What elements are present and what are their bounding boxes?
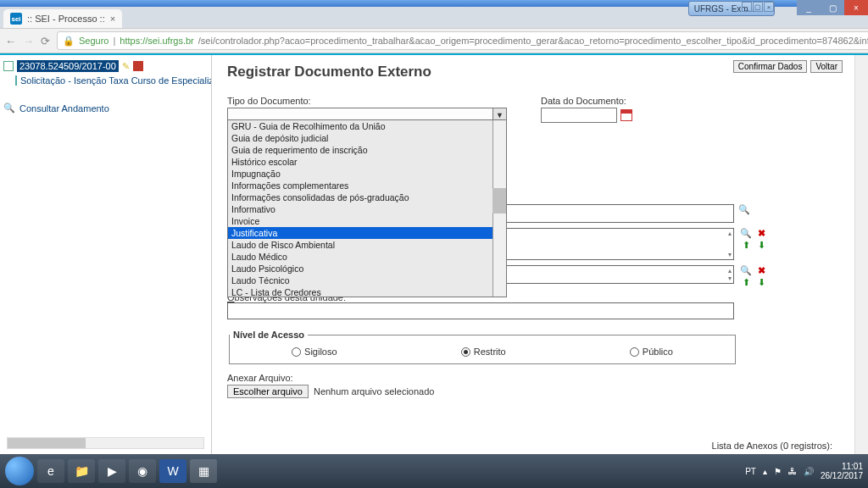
listbox-scroll-thumb[interactable] bbox=[492, 188, 506, 214]
nav-forward-icon: → bbox=[23, 35, 34, 47]
tipo-option[interactable]: Laudo Psicológico bbox=[228, 263, 506, 274]
start-button[interactable] bbox=[5, 457, 34, 485]
bg-close-icon[interactable]: × bbox=[764, 2, 774, 12]
nav-back-icon[interactable]: ← bbox=[5, 35, 16, 47]
spin-up-icon-2[interactable]: ▴ bbox=[728, 267, 732, 274]
radio-icon bbox=[292, 347, 301, 357]
pencil-icon[interactable]: ✎ bbox=[122, 61, 130, 72]
tray-flag-icon[interactable]: ⚑ bbox=[774, 467, 782, 476]
document-icon bbox=[15, 75, 17, 86]
escolher-arquivo-button[interactable]: Escolher arquivo bbox=[227, 385, 309, 398]
tipo-option[interactable]: Laudo Técnico bbox=[228, 274, 506, 286]
data-documento-label: Data do Documento: bbox=[541, 96, 632, 106]
search-icon[interactable]: 🔍 bbox=[739, 204, 749, 214]
tipo-option[interactable]: Histórico escolar bbox=[228, 156, 506, 168]
process-icon bbox=[3, 61, 14, 71]
windows-taskbar: e 📁 ▶ ◉ W ▦ PT ▴ ⚑ 🖧 🔊 11:01 26/12/2017 bbox=[0, 454, 868, 488]
window-minimize-button[interactable]: _ bbox=[797, 0, 821, 15]
anexar-arquivo-label: Anexar Arquivo: bbox=[227, 373, 843, 383]
tray-volume-icon[interactable]: 🔊 bbox=[804, 467, 814, 476]
lista-anexos-info: Lista de Anexos (0 registros): bbox=[712, 441, 832, 451]
tipo-option[interactable]: Guia de requerimento de inscrição bbox=[228, 144, 506, 156]
taskbar-app-icon[interactable]: ▦ bbox=[190, 459, 217, 483]
browser-toolbar: ← → ⟳ 🔒 Seguro | https://sei.ufrgs.br /s… bbox=[0, 28, 868, 53]
tipo-option[interactable]: LC - Lista de Credores bbox=[228, 286, 506, 297]
taskbar-media-icon[interactable]: ▶ bbox=[98, 459, 125, 483]
tray-clock[interactable]: 11:01 26/12/2017 bbox=[821, 462, 863, 480]
remove-icon-2[interactable]: ✖ bbox=[756, 265, 766, 275]
tipo-option[interactable]: GRU - Guia de Recolhimento da União bbox=[228, 120, 506, 132]
spin-down-icon-2[interactable]: ▾ bbox=[728, 274, 732, 282]
arrow-up-icon[interactable]: ⬆ bbox=[741, 240, 751, 250]
window-close-button[interactable]: × bbox=[844, 0, 868, 15]
process-number-link[interactable]: 23078.524509/2017-00 bbox=[17, 60, 119, 72]
tipo-option[interactable]: Invoice bbox=[228, 215, 506, 227]
observacoes-textarea[interactable] bbox=[227, 302, 734, 319]
tipo-option[interactable]: Laudo Médico bbox=[228, 251, 506, 263]
search-icon-2[interactable]: 🔍 bbox=[741, 228, 751, 238]
main-form-area: Confirmar Dados Voltar Registrar Documen… bbox=[212, 55, 854, 454]
calendar-icon[interactable] bbox=[620, 109, 632, 121]
radio-icon bbox=[630, 347, 639, 357]
nivel-acesso-legend: Nível de Acesso bbox=[230, 330, 308, 340]
tab-close-icon[interactable]: × bbox=[110, 14, 115, 24]
address-bar[interactable]: 🔒 Seguro | https://sei.ufrgs.br /sei/con… bbox=[57, 31, 868, 50]
arrow-down-icon-2[interactable]: ⬇ bbox=[756, 277, 766, 287]
tab-favicon-icon: sei bbox=[10, 13, 22, 25]
radio-restrito[interactable]: Restrito bbox=[461, 347, 506, 357]
process-tree-sidebar: 23078.524509/2017-00 ✎ Solicitação - Ise… bbox=[0, 55, 212, 454]
browser-tab[interactable]: sei :: SEI - Processo :: × bbox=[3, 9, 122, 28]
spin-up-icon[interactable]: ▴ bbox=[728, 230, 732, 237]
tray-date: 26/12/2017 bbox=[821, 471, 863, 480]
tipo-option[interactable]: Impugnação bbox=[228, 168, 506, 180]
book-icon[interactable] bbox=[133, 61, 143, 71]
radio-icon bbox=[461, 347, 470, 357]
arrow-up-icon-2[interactable]: ⬆ bbox=[741, 277, 751, 287]
radio-label: Público bbox=[643, 347, 673, 357]
tab-title: :: SEI - Processo :: bbox=[27, 14, 105, 24]
tipo-option[interactable]: Justificativa bbox=[228, 227, 506, 239]
tipo-documento-listbox[interactable]: GRU - Guia de Recolhimento da UniãoGuia … bbox=[227, 119, 507, 297]
consultar-label: Consultar Andamento bbox=[19, 103, 109, 114]
no-file-text: Nenhum arquivo selecionado bbox=[314, 386, 434, 396]
nav-reload-icon[interactable]: ⟳ bbox=[41, 35, 50, 47]
lock-icon: 🔒 bbox=[63, 36, 75, 47]
system-tray[interactable]: PT ▴ ⚑ 🖧 🔊 11:01 26/12/2017 bbox=[745, 462, 863, 480]
nivel-acesso-fieldset: Nível de Acesso Sigiloso Restrito Públic… bbox=[229, 330, 736, 364]
arrow-down-icon[interactable]: ⬇ bbox=[756, 240, 766, 250]
radio-sigiloso[interactable]: Sigiloso bbox=[292, 347, 337, 357]
tray-network-icon[interactable]: 🖧 bbox=[788, 467, 797, 476]
bg-max-icon[interactable]: ▢ bbox=[753, 2, 763, 12]
tray-chevron-icon[interactable]: ▴ bbox=[763, 467, 767, 476]
url-path: /sei/controlador.php?acao=procedimento_t… bbox=[198, 36, 868, 46]
window-maximize-button[interactable]: ▢ bbox=[821, 0, 844, 15]
background-window-tab[interactable]: UFRGS - Exm... _ ▢ × bbox=[688, 1, 775, 16]
taskbar-ie-icon[interactable]: e bbox=[37, 459, 64, 483]
tipo-option[interactable]: Guia de depósito judicial bbox=[228, 132, 506, 144]
tipo-option[interactable]: Informações consolidadas de pós-graduaçã… bbox=[228, 191, 506, 203]
remove-icon[interactable]: ✖ bbox=[756, 228, 766, 238]
radio-publico[interactable]: Público bbox=[630, 347, 673, 357]
url-host: https://sei.ufrgs.br bbox=[120, 36, 193, 46]
tipo-option[interactable]: Laudo de Risco Ambiental bbox=[228, 239, 506, 251]
taskbar-word-icon[interactable]: W bbox=[159, 459, 186, 483]
sidebar-horizontal-scrollbar[interactable] bbox=[7, 437, 204, 449]
taskbar-chrome-icon[interactable]: ◉ bbox=[129, 459, 156, 483]
confirmar-dados-button[interactable]: Confirmar Dados bbox=[733, 60, 808, 73]
tipo-option[interactable]: Informações complementares bbox=[228, 180, 506, 191]
tipo-option[interactable]: Informativo bbox=[228, 203, 506, 215]
search-icon-3[interactable]: 🔍 bbox=[741, 265, 751, 275]
tray-time: 11:01 bbox=[821, 462, 863, 471]
spin-down-icon[interactable]: ▾ bbox=[728, 251, 732, 258]
data-documento-input[interactable] bbox=[541, 108, 617, 123]
tray-lang[interactable]: PT bbox=[745, 467, 756, 476]
radio-label: Sigiloso bbox=[304, 347, 337, 357]
magnifier-icon: 🔍 bbox=[3, 103, 15, 114]
consultar-andamento-link[interactable]: 🔍 Consultar Andamento bbox=[3, 103, 208, 114]
voltar-button[interactable]: Voltar bbox=[810, 60, 843, 73]
page-vertical-scrollbar[interactable] bbox=[854, 55, 868, 454]
taskbar-explorer-icon[interactable]: 📁 bbox=[68, 459, 95, 483]
tipo-documento-label: Tipo do Documento: bbox=[227, 96, 507, 106]
tree-document-link[interactable]: Solicitação - Isenção Taxa Curso de Espe… bbox=[20, 75, 212, 86]
bg-min-icon[interactable]: _ bbox=[742, 2, 752, 12]
